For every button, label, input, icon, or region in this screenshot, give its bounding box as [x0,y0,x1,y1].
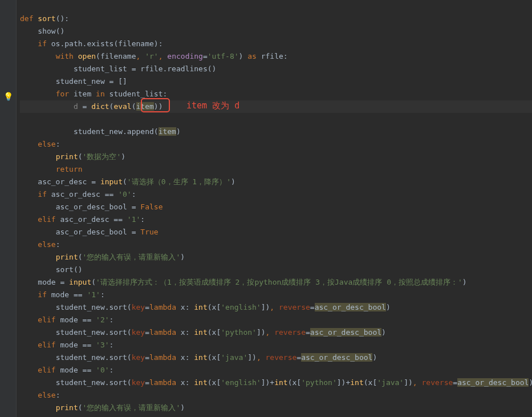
code-line: student_new.sort(key=lambda x: int(x['en… [20,378,532,387]
code-editor[interactable]: def sort(): show() if os.path.exists(fil… [17,0,532,417]
code-line: elif mode == '0': [20,366,113,374]
code-line: sort() [20,265,83,274]
code-line: with open(filename, 'r', encoding='utf-8… [20,52,288,60]
code-line: elif mode == '2': [20,315,113,324]
code-line: else: [20,140,60,148]
code-line: mode = input('请选择排序方式：（1，按英语成绩排序 2，按pyth… [20,278,467,286]
code-line: student_new.sort(key=lambda x: int(x['ja… [20,353,377,362]
code-line-highlighted: d = dict(eval(item)) [20,100,532,113]
intention-bulb-icon[interactable]: 💡 [0,90,16,103]
code-line: elif asc_or_desc == '1': [20,215,145,224]
code-line: elif mode == '3': [20,341,113,349]
code-line: student_list = rfile.readlines() [20,64,216,73]
code-line: if os.path.exists(filename): [20,39,163,48]
code-line: print('您的输入有误，请重新输入') [20,403,185,412]
code-line: student_new = [] [20,77,127,86]
code-line: asc_or_desc = input('请选择（0，生序 1，降序）') [20,177,235,186]
code-line: if mode == '1': [20,290,105,299]
code-line: asc_or_desc_bool = False [20,203,163,211]
code-line: def sort(): [20,14,69,23]
code-line: print('您的输入有误，请重新输入') [20,253,185,261]
code-line: asc_or_desc_bool = True [20,228,159,236]
code-line: return [20,165,83,173]
code-line: else: [20,391,60,399]
code-line: else: [20,240,60,249]
code-line: student_new.sort(key=lambda x: int(x['en… [20,303,391,311]
editor-gutter: 💡 [0,0,17,417]
code-line: print('数据为空') [20,152,125,161]
code-line: student_new.append(item) [20,127,181,136]
code-line: for item in student_list: [20,90,167,98]
code-line: if asc_or_desc == '0': [20,190,136,199]
code-line: show() [20,27,64,35]
code-line: student_new.sort(key=lambda x: int(x['py… [20,328,386,337]
